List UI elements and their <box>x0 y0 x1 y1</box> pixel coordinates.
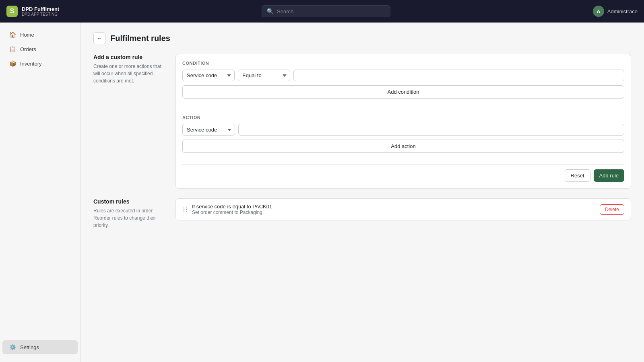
action-section: ACTION Service code Order comment Tag Wa… <box>182 115 624 159</box>
custom-rules-desc: Rules are executed in order. Reorder rul… <box>93 207 166 229</box>
app-name: DPD Fulfilment DPD APP TESTING <box>22 6 59 16</box>
sidebar-item-orders[interactable]: 📋 Orders <box>2 42 78 56</box>
sidebar-label-home: Home <box>20 32 34 38</box>
inventory-icon: 📦 <box>9 60 16 67</box>
svg-point-4 <box>184 210 184 211</box>
sidebar-bottom: ⚙️ Settings <box>0 337 80 357</box>
button-divider <box>182 164 624 165</box>
svg-point-5 <box>186 210 187 211</box>
custom-rules-card: If service code is equal to PACK01 Set o… <box>175 198 631 220</box>
layout: 🏠 Home 📋 Orders 📦 Inventory ⚙️ Settings … <box>0 23 644 362</box>
back-button[interactable]: ← <box>93 32 105 44</box>
sidebar-item-settings[interactable]: ⚙️ Settings <box>2 340 78 354</box>
add-rule-title: Add a custom rule <box>93 54 166 60</box>
home-icon: 🏠 <box>9 31 16 38</box>
page-header: ← Fulfilment rules <box>93 32 631 44</box>
sidebar-label-inventory: Inventory <box>20 61 41 67</box>
search-icon: 🔍 <box>267 8 274 14</box>
sidebar-item-inventory[interactable]: 📦 Inventory <box>2 57 78 70</box>
svg-point-3 <box>186 209 187 210</box>
app-title: DPD Fulfilment <box>22 6 59 12</box>
delete-rule-button[interactable]: Delete <box>600 204 624 215</box>
shopify-icon: S <box>6 6 18 17</box>
condition-operator-select[interactable]: Equal to Not equal to Contains Greater t… <box>238 70 290 81</box>
page-title: Fulfilment rules <box>110 34 170 43</box>
action-field-select[interactable]: Service code Order comment Tag Warehouse <box>182 124 235 136</box>
rule-actions: Reset Add rule <box>182 169 624 182</box>
user-area: A Administrace <box>593 6 638 17</box>
action-value-input[interactable] <box>238 124 624 136</box>
condition-field-select[interactable]: Service code Order status Country Weight <box>182 70 235 81</box>
custom-rules-section: Custom rules Rules are executed in order… <box>93 198 631 229</box>
action-label: ACTION <box>182 115 624 120</box>
sidebar-label-orders: Orders <box>20 46 36 52</box>
reset-button[interactable]: Reset <box>565 169 590 182</box>
search-bar[interactable]: 🔍 <box>262 5 390 17</box>
custom-rules-title: Custom rules <box>93 198 166 205</box>
rule-action-text: Set order comment to Packaging <box>192 210 596 215</box>
add-action-button[interactable]: Add action <box>182 140 624 153</box>
username: Administrace <box>607 8 638 14</box>
divider <box>182 110 624 110</box>
app-subtitle: DPD APP TESTING <box>22 12 59 16</box>
rule-condition-text: If service code is equal to PACK01 <box>192 204 596 210</box>
custom-rules-description: Custom rules Rules are executed in order… <box>93 198 166 229</box>
condition-row: Service code Order status Country Weight… <box>182 70 624 81</box>
sidebar: 🏠 Home 📋 Orders 📦 Inventory ⚙️ Settings <box>0 23 80 362</box>
add-rule-description: Add a custom rule Create one or more act… <box>93 54 166 84</box>
sidebar-item-home[interactable]: 🏠 Home <box>2 28 78 41</box>
add-rule-desc: Create one or more actions that will occ… <box>93 63 166 84</box>
orders-icon: 📋 <box>9 45 16 53</box>
sidebar-label-settings: Settings <box>20 344 39 350</box>
add-rule-button[interactable]: Add rule <box>594 169 624 182</box>
custom-rules-layout: Custom rules Rules are executed in order… <box>93 198 631 229</box>
svg-point-0 <box>184 207 184 208</box>
main-content: ← Fulfilment rules Add a custom rule Cre… <box>80 23 644 362</box>
rule-text: If service code is equal to PACK01 Set o… <box>192 204 596 215</box>
search-input[interactable] <box>277 8 385 14</box>
svg-point-1 <box>186 207 187 208</box>
drag-handle-icon[interactable] <box>182 207 188 212</box>
condition-label: CONDITION <box>182 61 624 66</box>
add-condition-button[interactable]: Add condition <box>182 85 624 99</box>
app-branding: S DPD Fulfilment DPD APP TESTING <box>6 6 59 17</box>
condition-value-input[interactable] <box>293 70 624 81</box>
svg-point-2 <box>184 209 184 210</box>
sidebar-nav: 🏠 Home 📋 Orders 📦 Inventory <box>0 27 80 71</box>
add-custom-rule-section: Add a custom rule Create one or more act… <box>93 54 631 189</box>
settings-icon: ⚙️ <box>9 343 16 351</box>
action-row: Service code Order comment Tag Warehouse <box>182 124 624 136</box>
rule-editor-card: CONDITION Service code Order status Coun… <box>175 54 631 189</box>
rule-item: If service code is equal to PACK01 Set o… <box>176 199 631 220</box>
avatar: A <box>593 6 604 17</box>
back-icon: ← <box>97 35 102 41</box>
top-header: S DPD Fulfilment DPD APP TESTING 🔍 A Adm… <box>0 0 644 23</box>
